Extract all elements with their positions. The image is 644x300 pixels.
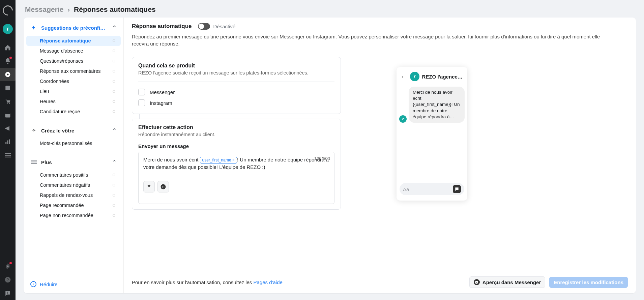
- section-title: Créez le vôtre: [41, 128, 108, 133]
- sidebar-item-hours[interactable]: Heures: [26, 96, 121, 107]
- settings-icon[interactable]: [0, 260, 16, 273]
- svg-rect-12: [5, 157, 11, 157]
- insights-icon[interactable]: [0, 135, 16, 149]
- checkbox[interactable]: [138, 99, 145, 106]
- sidebar-item-auto-reply[interactable]: Réponse automatique: [26, 36, 121, 46]
- breadcrumb-level-2: Réponses automatiques: [74, 5, 156, 13]
- sidebar-item-contact[interactable]: Coordonnées: [26, 76, 121, 86]
- svg-rect-17: [7, 293, 8, 294]
- collapse-icon: ‹: [30, 281, 36, 287]
- svg-point-22: [162, 186, 163, 186]
- toggle-knob-icon: [199, 24, 204, 29]
- sidebar-item-recommended[interactable]: Page recommandée: [26, 200, 121, 210]
- notifications-icon[interactable]: [0, 54, 16, 68]
- svg-point-1: [7, 74, 9, 76]
- sidebar-item-not-recommended[interactable]: Page non recommandée: [26, 210, 121, 220]
- sparkle-icon: ✧: [30, 127, 37, 133]
- collapse-label: Réduire: [40, 281, 58, 287]
- save-button[interactable]: Enregistrer les modifications: [549, 277, 628, 288]
- svg-rect-2: [5, 86, 10, 90]
- svg-rect-11: [5, 155, 11, 156]
- home-icon[interactable]: [0, 41, 16, 54]
- sidebar-item-away[interactable]: Message d'absence: [26, 46, 121, 56]
- preview-avatar: r: [410, 72, 419, 81]
- breadcrumb: Messagerie › Réponses automatiques: [16, 0, 644, 18]
- section-suggestions[interactable]: Suggestions de préconfigu… ⌃: [24, 18, 123, 36]
- sidebar-item-keywords[interactable]: Mots-clés personnalisés: [26, 138, 121, 148]
- preview-input: Aa: [400, 183, 464, 195]
- flow-connector-icon: [139, 114, 140, 119]
- enable-toggle[interactable]: [198, 23, 210, 30]
- card-action: Effectuer cette action Répondre instanta…: [132, 119, 341, 210]
- svg-rect-20: [31, 163, 37, 164]
- personalize-button[interactable]: [143, 181, 155, 192]
- preview-page-name: REZO l'agence …: [422, 74, 463, 80]
- commerce-icon[interactable]: [0, 95, 16, 108]
- page-description: Répondez au premier message qu'une perso…: [132, 33, 608, 47]
- chevron-up-icon: ⌃: [112, 127, 117, 133]
- svg-point-21: [161, 184, 166, 189]
- sidebar-item-application[interactable]: Candidature reçue: [26, 107, 121, 117]
- card-title: Effectuer cette action: [138, 124, 334, 130]
- card-title: Quand cela se produit: [138, 63, 334, 69]
- calendar-icon[interactable]: [0, 108, 16, 122]
- sidebar-item-location[interactable]: Lieu: [26, 86, 121, 96]
- card-subtitle: Répondre instantanément au client.: [138, 132, 334, 137]
- sidebar-item-comment-reply[interactable]: Réponse aux commentaires: [26, 66, 121, 76]
- svg-rect-10: [5, 153, 11, 154]
- help-icon[interactable]: ?: [0, 273, 16, 287]
- list-icon: [30, 160, 37, 164]
- svg-point-23: [164, 186, 164, 186]
- page-title: Réponse automatique: [132, 23, 192, 30]
- svg-rect-8: [7, 141, 8, 144]
- variable-tag[interactable]: user_first_name ×: [200, 157, 237, 163]
- breadcrumb-level-1[interactable]: Messagerie: [25, 5, 63, 13]
- char-counter: 135/500: [314, 156, 330, 161]
- workarea: Réponse automatique Désactivé Répondez a…: [124, 18, 636, 293]
- content-card: Suggestions de préconfigu… ⌃ Réponse aut…: [24, 18, 636, 293]
- posts-icon[interactable]: [0, 81, 16, 95]
- section-create[interactable]: ✧ Créez le vôtre ⌃: [24, 121, 123, 138]
- svg-rect-7: [5, 142, 6, 144]
- sidebar-item-negative[interactable]: Commentaires négatifs: [26, 180, 121, 190]
- checkbox[interactable]: [138, 89, 145, 95]
- chevron-up-icon: ⌃: [112, 25, 117, 31]
- inbox-icon[interactable]: [0, 68, 16, 81]
- main-area: Messagerie › Réponses automatiques Sugge…: [16, 0, 644, 300]
- messenger-preview: ← r REZO l'agence … r Merci de nous avoi…: [397, 67, 467, 201]
- back-icon[interactable]: ←: [401, 73, 407, 81]
- help-link[interactable]: Pages d'aide: [254, 279, 283, 285]
- svg-rect-9: [9, 140, 10, 144]
- platform-messenger[interactable]: Messenger: [138, 87, 334, 97]
- collapse-button[interactable]: ‹ Réduire: [24, 275, 123, 293]
- brand-avatar[interactable]: r: [3, 24, 13, 34]
- sidebar-item-positive[interactable]: Commentaires positifs: [26, 170, 121, 180]
- chevron-up-icon: ⌃: [112, 159, 117, 165]
- section-title: Plus: [41, 159, 108, 165]
- app-logo-icon: [1, 3, 15, 18]
- preview-bubble: Merci de nous avoir écrit {{user_first_n…: [409, 87, 465, 123]
- chevron-right-icon: ›: [67, 6, 70, 13]
- sidebar-item-reminders[interactable]: Rappels de rendez-vous: [26, 190, 121, 200]
- footer: Pour en savoir plus sur l'automatisation…: [124, 272, 636, 293]
- platform-instagram[interactable]: Instagram: [138, 97, 334, 108]
- megaphone-icon[interactable]: [0, 122, 16, 135]
- messenger-icon: [474, 279, 480, 285]
- section-more[interactable]: Plus ⌃: [24, 152, 123, 170]
- message-avatar-icon: r: [399, 115, 407, 123]
- svg-rect-16: [7, 292, 8, 293]
- preview-in-messenger-button[interactable]: Aperçu dans Messenger: [469, 276, 545, 288]
- notification-dot-icon: [9, 262, 12, 264]
- svg-point-3: [7, 103, 8, 104]
- feedback-icon[interactable]: [0, 287, 16, 300]
- lightning-icon: [30, 24, 37, 31]
- menu-icon[interactable]: [0, 149, 16, 162]
- emoji-button[interactable]: [157, 181, 169, 192]
- card-when: Quand cela se produit REZO l'agence soci…: [132, 57, 341, 114]
- toggle-state-label: Désactivé: [213, 24, 236, 29]
- field-label: Envoyer un message: [138, 143, 334, 149]
- sidebar-item-qna[interactable]: Questions/réponses: [26, 56, 121, 66]
- message-editor[interactable]: Merci de nous avoir écrit user_first_nam…: [138, 152, 334, 204]
- svg-rect-6: [5, 113, 10, 114]
- section-header: Réponse automatique Désactivé Répondez a…: [124, 18, 636, 52]
